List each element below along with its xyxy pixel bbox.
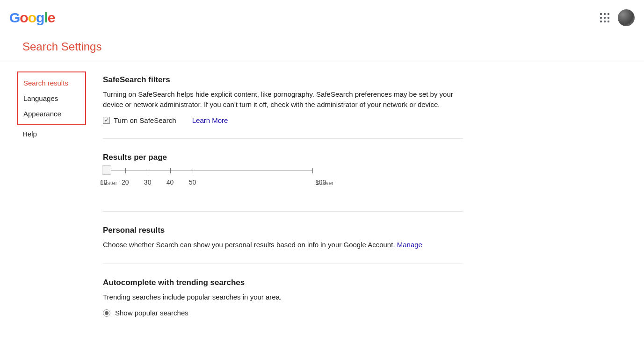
results-per-page-slider[interactable]: 10 Faster 20 30 40 50 100 Slower [103, 171, 312, 197]
show-popular-radio[interactable] [103, 309, 110, 317]
sidebar: Search results Languages Appearance Help [0, 71, 89, 317]
slider-handle[interactable] [102, 165, 111, 175]
show-popular-label: Show popular searches [115, 309, 188, 317]
sidebar-item-help[interactable]: Help [17, 126, 89, 142]
safesearch-checkbox-label: Turn on SafeSearch [114, 116, 176, 124]
tick-20: 20 [122, 178, 129, 186]
page-title: Search Settings [0, 26, 644, 62]
avatar[interactable] [618, 9, 635, 26]
section-safesearch-desc: Turning on SafeSearch helps hide explici… [103, 89, 463, 110]
learn-more-link[interactable]: Learn More [192, 116, 228, 124]
sidebar-item-appearance[interactable]: Appearance [18, 106, 85, 121]
section-autocomplete-title: Autocomplete with trending searches [103, 278, 463, 287]
section-autocomplete-desc: Trending searches include popular search… [103, 292, 463, 302]
section-safesearch-title: SafeSearch filters [103, 75, 463, 85]
sidebar-item-search-results[interactable]: Search results [18, 75, 85, 91]
slower-label: Slower [315, 179, 334, 186]
safesearch-checkbox[interactable]: ✓ [103, 117, 110, 124]
apps-grid-icon[interactable] [600, 13, 609, 22]
manage-link[interactable]: Manage [397, 241, 422, 249]
google-logo[interactable]: Google [9, 10, 55, 26]
section-personal-title: Personal results [103, 226, 463, 235]
tick-40: 40 [166, 178, 174, 186]
sidebar-item-languages[interactable]: Languages [18, 91, 85, 106]
faster-label: Faster [100, 179, 117, 186]
tick-30: 30 [144, 178, 152, 186]
section-personal-desc: Choose whether Search can show you perso… [103, 241, 395, 249]
tick-50: 50 [189, 178, 196, 186]
section-results-title: Results per page [103, 153, 463, 162]
